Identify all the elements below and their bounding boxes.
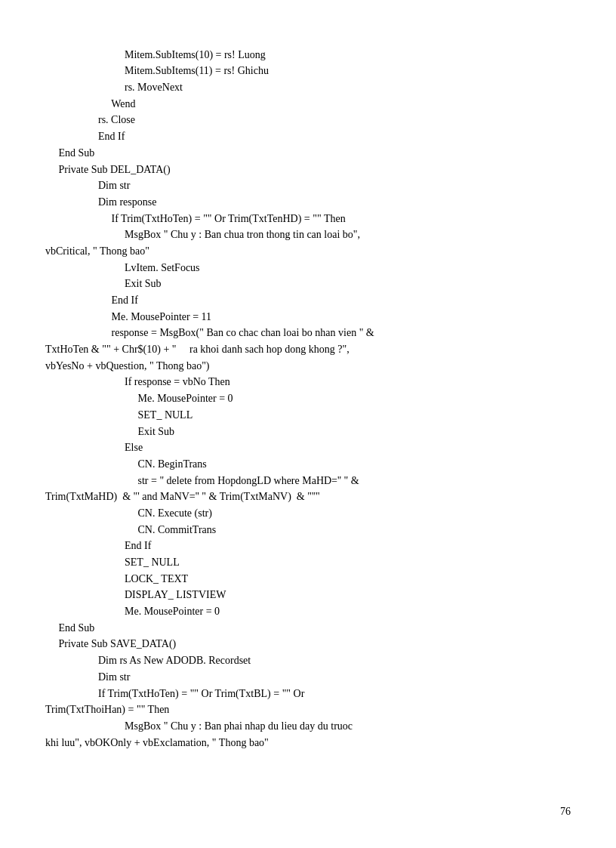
page-number: 76 (560, 806, 571, 818)
code-content: Mitem.SubItems(10) = rs! Luong Mitem.Sub… (45, 30, 571, 751)
page: Mitem.SubItems(10) = rs! Luong Mitem.Sub… (0, 0, 616, 848)
